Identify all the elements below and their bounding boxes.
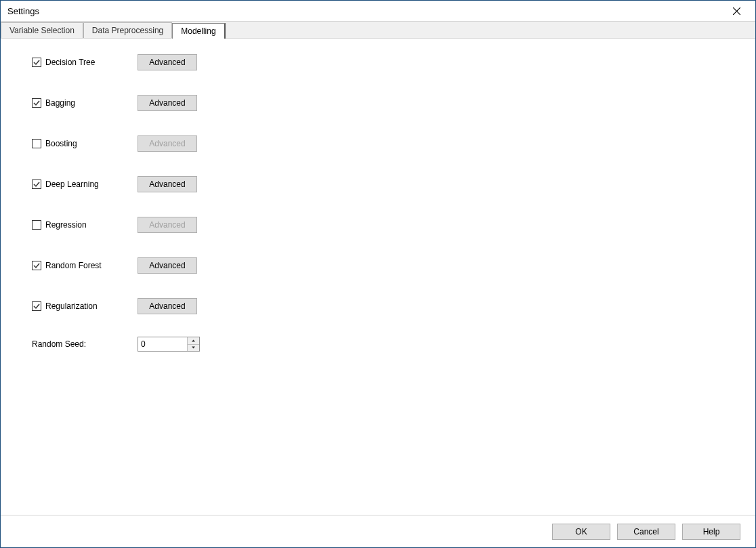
random-seed-row: Random Seed: bbox=[32, 337, 747, 352]
random-seed-input[interactable] bbox=[138, 337, 187, 351]
advanced-button-regression: Advanced bbox=[138, 217, 197, 233]
checkbox-regression[interactable] bbox=[32, 220, 41, 230]
checkbox-deep-learning[interactable] bbox=[32, 180, 41, 189]
tab-variable-selection[interactable]: Variable Selection bbox=[1, 22, 83, 38]
tabstrip: Variable Selection Data Preprocessing Mo… bbox=[1, 21, 755, 39]
model-row-boosting: Boosting Advanced bbox=[32, 133, 747, 154]
tab-data-preprocessing[interactable]: Data Preprocessing bbox=[83, 22, 172, 38]
label-deep-learning[interactable]: Deep Learning bbox=[45, 180, 99, 189]
label-regression[interactable]: Regression bbox=[45, 220, 87, 230]
checkbox-decision-tree[interactable] bbox=[32, 58, 41, 67]
cancel-button[interactable]: Cancel bbox=[617, 524, 675, 540]
model-row-decision-tree: Decision Tree Advanced bbox=[32, 52, 747, 72]
model-row-deep-learning: Deep Learning Advanced bbox=[32, 174, 747, 194]
chevron-up-icon bbox=[192, 339, 195, 342]
label-regularization[interactable]: Regularization bbox=[45, 301, 98, 311]
check-icon bbox=[33, 181, 40, 188]
checkbox-boosting[interactable] bbox=[32, 139, 41, 148]
random-seed-label: Random Seed: bbox=[32, 339, 138, 349]
ok-button[interactable]: OK bbox=[552, 524, 610, 540]
close-button[interactable] bbox=[723, 1, 750, 20]
advanced-button-deep-learning[interactable]: Advanced bbox=[138, 176, 197, 192]
help-button[interactable]: Help bbox=[682, 524, 740, 540]
titlebar: Settings bbox=[1, 1, 755, 21]
settings-window: Settings Variable Selection Data Preproc… bbox=[0, 0, 756, 548]
chevron-down-icon bbox=[192, 346, 195, 349]
check-icon bbox=[33, 100, 40, 106]
dialog-footer: OK Cancel Help bbox=[1, 515, 755, 547]
label-decision-tree[interactable]: Decision Tree bbox=[45, 58, 95, 67]
advanced-button-regularization[interactable]: Advanced bbox=[138, 298, 197, 314]
label-bagging[interactable]: Bagging bbox=[45, 98, 75, 108]
tab-modelling[interactable]: Modelling bbox=[172, 23, 225, 39]
checkbox-regularization[interactable] bbox=[32, 301, 41, 311]
model-row-regression: Regression Advanced bbox=[32, 215, 747, 235]
label-boosting[interactable]: Boosting bbox=[45, 139, 77, 148]
advanced-button-random-forest[interactable]: Advanced bbox=[138, 257, 197, 274]
model-row-bagging: Bagging Advanced bbox=[32, 93, 747, 113]
checkbox-bagging[interactable] bbox=[32, 98, 41, 108]
check-icon bbox=[33, 59, 40, 66]
window-title: Settings bbox=[7, 6, 723, 16]
model-row-regularization: Regularization Advanced bbox=[32, 296, 747, 316]
model-row-random-forest: Random Forest Advanced bbox=[32, 255, 747, 276]
random-seed-spinner bbox=[138, 337, 200, 352]
label-random-forest[interactable]: Random Forest bbox=[45, 261, 102, 270]
tab-content: Decision Tree Advanced Bagging Advanced … bbox=[1, 39, 755, 515]
advanced-button-bagging[interactable]: Advanced bbox=[138, 95, 197, 111]
checkbox-random-forest[interactable] bbox=[32, 261, 41, 270]
spin-up-button[interactable] bbox=[188, 337, 199, 344]
advanced-button-decision-tree[interactable]: Advanced bbox=[138, 54, 197, 70]
close-icon bbox=[733, 7, 740, 15]
advanced-button-boosting: Advanced bbox=[138, 135, 197, 152]
check-icon bbox=[33, 262, 40, 269]
check-icon bbox=[33, 303, 40, 310]
spin-down-button[interactable] bbox=[188, 344, 199, 352]
